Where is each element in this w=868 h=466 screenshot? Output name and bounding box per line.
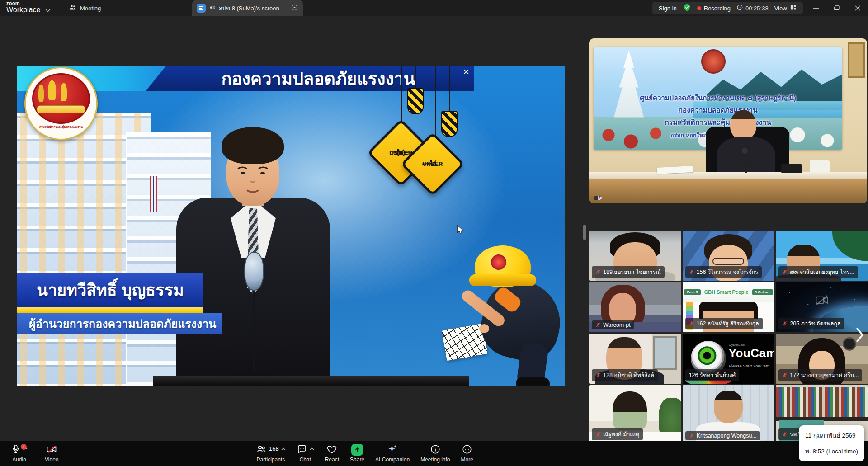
seal-ribbon (37, 105, 85, 113)
audio-button[interactable]: ! Audio (9, 441, 29, 466)
more-label: More (461, 457, 473, 463)
chat-options-chevron[interactable] (310, 446, 314, 452)
participant-tile[interactable]: 189.ธอรธนา ไชยการณ์ (589, 231, 681, 281)
muted-mic-icon (689, 321, 694, 326)
recording-indicator: Recording (697, 5, 731, 12)
participants-count: 168 (269, 445, 279, 452)
wall-picture-frame (848, 42, 865, 78)
worker-hand (479, 324, 489, 333)
minimize-button[interactable] (806, 0, 826, 16)
workspace-chevron-down-icon[interactable] (45, 6, 51, 14)
title-bar: zoom Workplace Meeting สปข.8 (SuMa)'s sc… (0, 0, 868, 16)
react-button[interactable]: React (323, 441, 341, 466)
gallery-next-page-chevron[interactable] (856, 327, 864, 344)
tab-meeting[interactable]: Meeting (63, 0, 106, 16)
participant-tile[interactable]: ณัฐพงศ์ ม้าเหตุ (589, 385, 681, 441)
participant-tile[interactable]: 172 นางสาวจุฑามาศ ศรีบ... (776, 334, 868, 384)
pinned-speaker-tile[interactable]: ศูนย์ความปลอดภัยในการทำงานเขต ๘ (สุราษฎร… (589, 38, 867, 203)
pinned-speaker-head (730, 110, 756, 140)
view-layout-icon (790, 4, 797, 12)
sign-in-button[interactable]: Sign in (659, 5, 677, 12)
ai-companion-button[interactable]: AI Companion (373, 441, 411, 466)
zoom-workplace-logo: zoom Workplace (6, 1, 40, 14)
video-label: Video (45, 457, 58, 463)
tab-shared-screen-label: สปข.8 (SuMa)'s screen (219, 4, 288, 13)
microphone (244, 252, 264, 291)
seal-deity-figures (48, 80, 56, 100)
panel-scrollbar-thumb[interactable] (583, 225, 586, 240)
view-label: View (774, 5, 787, 12)
meeting-info-button[interactable]: Meeting info (419, 441, 452, 466)
chat-icon (297, 444, 307, 456)
participant-tile[interactable]: Warcom-pt (589, 282, 681, 332)
participant-name-label: ๗๓ จ่าสิบเอกยงยุทธ ไทร... (778, 266, 858, 278)
gbh-title: GBH Smart People (704, 289, 749, 295)
info-icon (430, 444, 441, 456)
microphone-stand (253, 289, 255, 377)
participant-tile[interactable]: 128 อภิชาติ ทิพย์สิงห์ (589, 334, 681, 384)
sign-cable (435, 66, 436, 145)
close-button[interactable] (847, 0, 868, 16)
muted-mic-icon (689, 269, 694, 275)
overlay-close-icon[interactable]: ✕ (460, 66, 472, 78)
mouse-cursor (457, 225, 464, 235)
slide-title: กองความปลอดภัยแรงงาน (166, 66, 470, 90)
speaker-title-plate: ผู้อำนวยการกองความปลอดภัยแรงงาน (17, 313, 222, 334)
muted-mic-icon (689, 433, 694, 438)
audio-label: Audio (12, 457, 26, 463)
meeting-toolbar: ! Audio Video 168 (0, 441, 868, 466)
video-button[interactable]: Video (43, 441, 60, 466)
chat-button[interactable]: Chat (295, 441, 316, 466)
participant-name-label: Warcom-pt (592, 320, 634, 329)
department-seal-inner (32, 73, 90, 124)
share-button[interactable]: Share (348, 441, 366, 466)
participants-button[interactable]: 168 Participants (254, 441, 288, 466)
pinned-tile-name-label: Information1 Technology (594, 196, 602, 200)
more-ellipsis-icon (462, 444, 472, 456)
speaker-face-features (230, 151, 277, 201)
thai-flag-banner (150, 176, 157, 212)
pendant-cable (449, 66, 450, 112)
participant-name-label: ณัฐพงศ์ ม้าเหตุ (592, 428, 643, 440)
participants-options-chevron[interactable] (281, 446, 286, 452)
gbh-backdrop: Core 5 GBH Smart People 5 Culture (683, 282, 775, 302)
logo-workplace: Workplace (6, 6, 40, 14)
muted-mic-icon (782, 269, 788, 275)
participant-tile[interactable]: Core 5 GBH Smart People 5 Culture 162.ธน… (683, 282, 775, 332)
meeting-timer-value: 00:25:38 (745, 5, 769, 12)
window-controls (806, 0, 868, 16)
shared-app-icon (197, 4, 206, 13)
banner-line1: ศูนย์ความปลอดภัยในการทำงานเขต ๘ (สุราษฎร… (594, 93, 842, 104)
maximize-button[interactable] (826, 0, 847, 16)
participant-tile[interactable]: CyberLink YouCam 5 Please Start YouCam 1… (683, 334, 775, 384)
more-button[interactable]: More (459, 441, 475, 466)
pendant-cable (415, 66, 416, 89)
meeting-status-cluster: Sign in Recording 00:25:38 View (652, 2, 803, 14)
participant-tile[interactable]: ๗๓ จ่าสิบเอกยงยุทธ ไทร... (776, 231, 868, 281)
worker-hat-emblem (491, 254, 506, 270)
muted-mic-icon (782, 372, 788, 378)
banner-line3: กรมสวัสดิการและคุ้มครองแรงงาน (594, 117, 842, 128)
share-label: Share (350, 457, 364, 463)
muted-mic-icon (595, 322, 601, 328)
participant-tile[interactable]: Kritsanapong Wongsu... (683, 385, 775, 441)
participant-tile[interactable]: 156 วิไลวรรณ จงไกรจักร (683, 231, 775, 281)
view-button[interactable]: View (774, 4, 797, 12)
participant-gallery: 189.ธอรธนา ไชยการณ์ 156 วิไลวรรณ จงไกรจั… (589, 231, 868, 441)
youcam-title: YouCam 5 (729, 347, 775, 360)
desk-telephone (781, 164, 802, 173)
tab-shared-screen[interactable]: สปข.8 (SuMa)'s screen (192, 0, 303, 16)
muted-mic-icon (595, 269, 601, 275)
participant-tile[interactable]: 205 ภาวัช อัครพลกุล (776, 282, 868, 332)
encryption-shield-icon[interactable] (683, 3, 691, 14)
speaker-icon (209, 4, 216, 12)
worker-hard-hat-brim (469, 274, 536, 286)
shared-screen-content: กองความปลอดภัยแรงงาน ✕ กรมสวัสดิการและคุ… (17, 66, 565, 386)
share-screen-icon (351, 444, 363, 456)
sign2-line2: CONSTRUCTION (422, 163, 443, 165)
tab-options-ellipsis-icon[interactable] (291, 4, 298, 13)
participant-name-label: 189.ธอรธนา ไชยการณ์ (592, 266, 665, 278)
participants-label: Participants (257, 457, 285, 463)
heart-icon (326, 444, 337, 456)
chat-label: Chat (300, 457, 311, 463)
